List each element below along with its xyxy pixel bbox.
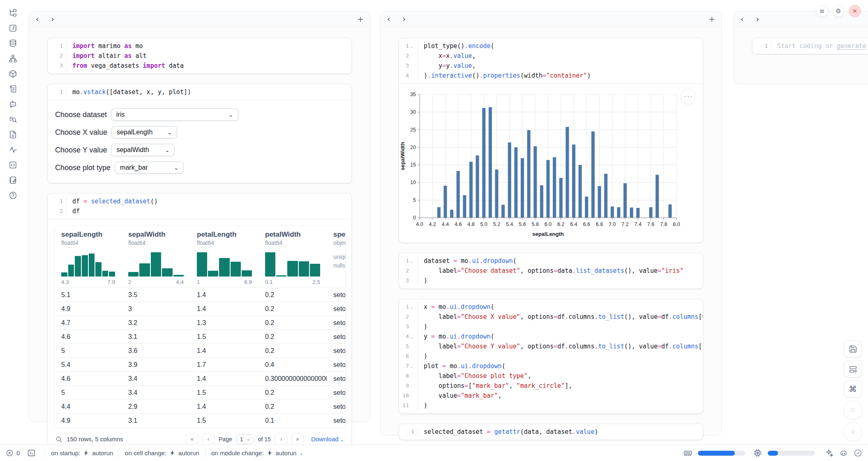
layout-toggle-button[interactable] — [844, 360, 862, 378]
generate-with-ai-link[interactable]: generate — [837, 42, 866, 50]
choose-plot-type-select[interactable]: mark_bar⌄ — [115, 161, 184, 174]
bar — [591, 131, 595, 218]
chart-menu-button[interactable]: • • • — [681, 89, 696, 104]
bar — [598, 186, 601, 218]
fold-chevron-icon[interactable]: ⌄ — [409, 256, 414, 266]
code-editor[interactable]: selected_dataset = getattr(data, dataset… — [418, 427, 703, 437]
column-header-petalLength[interactable]: petalLengthfloat6416.9 — [190, 226, 259, 288]
column-histogram[interactable] — [197, 251, 252, 277]
choose-y-value-select[interactable]: sepalWidth⌄ — [111, 144, 175, 156]
documentation-icon[interactable] — [8, 130, 17, 139]
outline-search-icon[interactable] — [8, 115, 17, 124]
table-row[interactable]: 4.93.11.50.1setosa — [55, 414, 346, 428]
logs-icon[interactable] — [8, 84, 17, 93]
connection-status-icon[interactable] — [854, 449, 862, 457]
svg-text:f: f — [12, 25, 15, 31]
on-startup-setting[interactable]: on startup: autorun — [51, 449, 113, 456]
ai-chat-icon[interactable] — [8, 99, 17, 108]
prev-page-button[interactable]: ‹ — [202, 433, 215, 445]
column-header-sepalWidth[interactable]: sepalWidthfloat6424.4 — [122, 226, 190, 288]
column-header-petalWidth[interactable]: petalWidthfloat640.12.5 — [259, 226, 327, 288]
stop-kernel-button[interactable] — [843, 401, 862, 420]
fold-chevron-icon[interactable]: ⌄ — [409, 332, 414, 342]
table-row[interactable]: 5.13.51.40.2setosa — [55, 288, 346, 302]
notebook-column-2: ‹ › + 1⌄234plot_type().encode( x=x.value… — [380, 11, 722, 436]
add-column-button[interactable]: + — [358, 14, 363, 24]
code-editor[interactable]: plot_type().encode( x=x.value, y=y.value… — [418, 41, 703, 81]
table-row[interactable]: 4.63.11.50.2setosa — [55, 330, 346, 344]
search-icon[interactable] — [55, 436, 62, 443]
functions-icon[interactable]: f — [8, 23, 17, 32]
cpu-usage-bar[interactable] — [768, 451, 815, 456]
fold-chevron-icon[interactable]: ⌄ — [409, 362, 414, 371]
memory-usage-bar[interactable] — [698, 451, 745, 456]
error-count[interactable]: 0 — [6, 449, 20, 457]
on-module-change-setting[interactable]: on module change: autorun ⌄ — [211, 449, 304, 456]
code-editor[interactable]: dataset = mo.ui.dropdown( label="Choose … — [418, 256, 703, 286]
choose-dataset-select[interactable]: iris⌄ — [111, 108, 238, 121]
new-cell[interactable]: 1 Start coding or generate with — [752, 38, 868, 54]
table-row[interactable]: 53.61.40.2setosa — [55, 344, 346, 358]
table-row[interactable]: 4.73.21.30.2setosa — [55, 316, 346, 330]
page-select[interactable]: 1 ⌄ — [236, 434, 254, 444]
table-row[interactable]: 5.43.91.70.4setosa — [55, 358, 346, 372]
first-page-button[interactable]: « — [186, 433, 198, 445]
command-palette-button[interactable]: ⌘ — [844, 380, 862, 398]
column-scroll-left-button[interactable]: ‹ — [387, 15, 390, 23]
imports-code-cell[interactable]: 123import marimo as moimport altair as a… — [47, 38, 352, 74]
dataset-dropdown-code-cell[interactable]: 1⌄23dataset = mo.ui.dropdown( label="Cho… — [399, 253, 703, 289]
code-editor[interactable]: x = mo.ui.dropdown( label="Choose X valu… — [418, 302, 703, 410]
shutdown-close-button[interactable]: ✕ — [849, 5, 861, 17]
new-cell-editor[interactable]: Start coding or generate with — [771, 41, 868, 51]
fold-chevron-icon[interactable]: ⌄ — [409, 41, 414, 51]
dependency-graph-icon[interactable] — [8, 54, 17, 63]
packages-icon[interactable] — [8, 69, 17, 78]
column-2-header: ‹ › + — [381, 12, 721, 27]
code-editor[interactable]: mo.vstack([dataset, x, y, plot]) — [67, 87, 351, 97]
bar-chart[interactable]: 051015202530354.04.24.44.64.85.05.25.45.… — [399, 89, 703, 241]
file-tree-icon[interactable] — [8, 8, 17, 17]
help-icon[interactable] — [8, 191, 17, 200]
add-column-button[interactable]: + — [709, 14, 715, 24]
plot-code-cell[interactable]: 1⌄234plot_type().encode( x=x.value, y=y.… — [399, 38, 703, 243]
column-header-species[interactable]: speciesobjectunique:nulls: — [327, 226, 346, 288]
column-histogram[interactable] — [128, 251, 184, 277]
column-scroll-right-button[interactable]: › — [403, 15, 406, 23]
last-page-button[interactable]: » — [291, 433, 304, 445]
ai-sparkles-icon[interactable] — [825, 449, 833, 457]
column-scroll-right-button[interactable]: › — [51, 15, 55, 23]
column-scroll-left-button[interactable]: ‹ — [36, 15, 39, 23]
column-header-sepalLength[interactable]: sepalLengthfloat644.37.9 — [55, 226, 122, 288]
xyplot-dropdowns-code-cell[interactable]: 1⌄234⌄567⌄891011x = mo.ui.dropdown( labe… — [399, 299, 703, 414]
column-histogram[interactable] — [265, 251, 320, 277]
snippets-icon[interactable] — [8, 160, 17, 169]
table-row[interactable]: 4.42.91.40.2setosa — [55, 400, 346, 414]
table-row[interactable]: 53.41.50.2setosa — [55, 386, 346, 400]
svg-text:30: 30 — [410, 109, 416, 115]
column-scroll-right-button[interactable]: › — [756, 15, 760, 23]
svg-text:7.6: 7.6 — [647, 221, 654, 227]
datasources-icon[interactable] — [8, 39, 17, 48]
column-scroll-left-button[interactable]: ‹ — [741, 15, 744, 23]
settings-gear-button[interactable]: ⚙ — [832, 5, 845, 17]
column-histogram[interactable] — [61, 251, 115, 277]
save-button[interactable] — [844, 340, 862, 357]
dataframe-code-cell[interactable]: 12df = selected_dataset()df sepalLengthf… — [47, 193, 352, 453]
run-all-button[interactable] — [843, 422, 862, 441]
terminal-icon[interactable] — [27, 449, 36, 457]
selected-dataset-code-cell[interactable]: 1selected_dataset = getattr(data, datase… — [399, 424, 703, 440]
vstack-code-cell[interactable]: 1mo.vstack([dataset, x, y, plot]) Choose… — [47, 84, 352, 183]
notebook-menu-button[interactable]: ≡ — [816, 5, 828, 17]
table-row[interactable]: 4.931.40.2setosa — [55, 302, 346, 316]
fold-chevron-icon[interactable]: ⌄ — [409, 302, 414, 312]
scratchpad-icon[interactable] — [8, 175, 17, 184]
choose-x-value-select[interactable]: sepalLength⌄ — [111, 126, 177, 138]
code-editor[interactable]: import marimo as moimport altair as altf… — [67, 41, 351, 71]
copilot-icon[interactable] — [839, 449, 848, 457]
on-cell-change-setting[interactable]: on cell change: autorun — [125, 449, 199, 456]
code-editor[interactable]: df = selected_dataset()df — [67, 196, 351, 216]
tracing-icon[interactable] — [8, 145, 17, 154]
download-button[interactable]: Download ⌄ — [311, 436, 344, 443]
next-page-button[interactable]: › — [275, 433, 287, 445]
table-row[interactable]: 4.63.41.40.30000000000000004setosa — [55, 372, 346, 386]
